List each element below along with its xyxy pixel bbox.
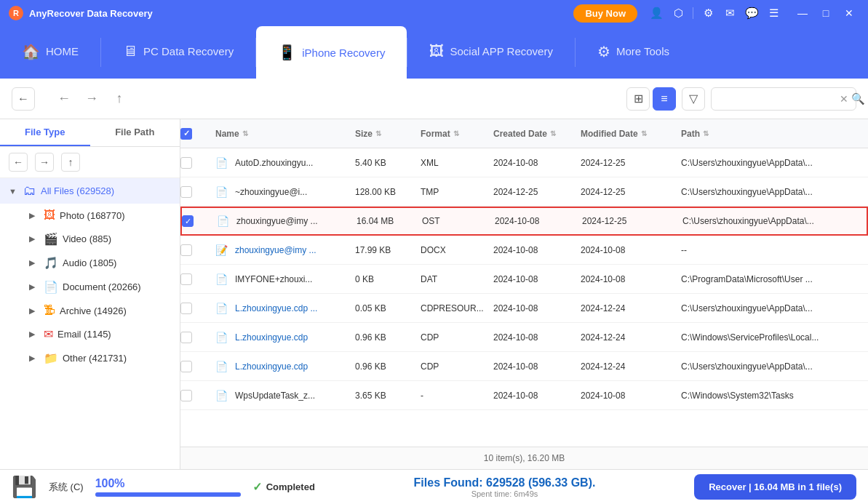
table-row[interactable]: 📄 L.zhouxingyue.cdp ... 0.05 KB CDPRESOU… <box>180 294 868 323</box>
row7-modified: 2024-12-24 <box>581 332 675 343</box>
search-submit-icon[interactable]: 🔍 <box>851 92 865 105</box>
path-label: Path <box>681 129 700 139</box>
user-icon[interactable]: 👤 <box>646 3 666 23</box>
forward-button[interactable]: ← <box>52 87 76 111</box>
sidebar-forward-button[interactable]: → <box>35 153 54 172</box>
minimize-button[interactable]: — <box>792 3 813 23</box>
row4-size: 17.99 KB <box>355 245 421 255</box>
nav-home[interactable]: 🏠 HOME <box>0 26 100 79</box>
filter-button[interactable]: ▽ <box>682 87 705 111</box>
header-size[interactable]: Size ⇅ <box>355 129 421 139</box>
tree-item-archive[interactable]: ▶ 🗜 Archive (14926) <box>20 299 180 322</box>
tree-item-video[interactable]: ▶ 🎬 Video (885) <box>20 227 180 251</box>
tree-item-other[interactable]: ▶ 📁 Other (421731) <box>20 346 180 370</box>
progress-bar-track <box>95 492 241 497</box>
titlebar: R AnyRecover Data Recovery Buy Now 👤 ⬡ ⚙… <box>0 0 868 26</box>
header-modified[interactable]: Modified Date ⇅ <box>581 129 675 139</box>
header-path[interactable]: Path ⇅ <box>675 129 868 139</box>
files-found-main: Files Found: 629528 (596.33 GB). <box>327 476 682 489</box>
row5-check[interactable] <box>180 273 210 285</box>
tab-file-type[interactable]: File Type <box>0 119 90 146</box>
close-button[interactable]: ✕ <box>839 3 859 23</box>
table-row[interactable]: 📄 WpsUpdateTask_z... 3.65 KB - 2024-10-0… <box>180 381 868 410</box>
search-input[interactable] <box>717 93 840 104</box>
parent-dir-button[interactable]: ↑ <box>108 87 131 111</box>
row8-checkbox[interactable] <box>180 361 192 372</box>
mail-icon[interactable]: ✉ <box>720 3 740 23</box>
row9-checkbox[interactable] <box>180 390 192 401</box>
row4-checkbox[interactable] <box>180 244 192 256</box>
nav-pc-recovery[interactable]: 🖥 PC Data Recovery <box>101 26 255 79</box>
row3-checkbox[interactable]: ✓ <box>182 215 194 227</box>
table-row[interactable]: 📄 ~zhouxingyue@i... 128.00 KB TMP 2024-1… <box>180 177 868 207</box>
list-view-button[interactable]: ≡ <box>653 87 676 111</box>
modified-label: Modified Date <box>581 129 638 139</box>
row3-check[interactable]: ✓ <box>182 215 211 227</box>
row5-file-icon: 📄 <box>215 273 228 285</box>
sidebar-up-button[interactable]: ↑ <box>61 153 80 172</box>
tree-item-email[interactable]: ▶ ✉ Email (1145) <box>20 322 180 346</box>
tree-item-document[interactable]: ▶ 📄 Document (20266) <box>20 275 180 299</box>
grid-view-button[interactable]: ⊞ <box>626 87 650 111</box>
tab-file-path[interactable]: File Path <box>90 119 180 146</box>
table-row[interactable]: 📄 AutoD.zhouxingyu... 5.40 KB XML 2024-1… <box>180 148 868 177</box>
tree-item-all-files[interactable]: ▼ 🗂 All Files (629528) <box>0 178 180 204</box>
tree-item-audio[interactable]: ▶ 🎵 Audio (1805) <box>20 251 180 275</box>
recover-button[interactable]: Recover | 16.04 MB in 1 file(s) <box>694 474 856 500</box>
row2-check[interactable] <box>180 186 210 198</box>
row7-checkbox[interactable] <box>180 332 192 343</box>
completed-check-icon: ✓ <box>252 480 262 494</box>
nav-pc-label: PC Data Recovery <box>143 45 234 57</box>
row4-filename: zhouxingyue@imy ... <box>235 245 316 255</box>
row1-file-icon: 📄 <box>215 157 228 169</box>
all-files-icon: 🗂 <box>23 183 36 199</box>
row4-check[interactable] <box>180 244 210 256</box>
settings-icon[interactable]: ⚙ <box>698 3 718 23</box>
discord-icon[interactable]: ⬡ <box>668 3 688 23</box>
header-check[interactable]: ✓ <box>180 128 210 140</box>
row7-path: C:\Windows\ServiceProfiles\Local... <box>675 332 868 343</box>
row5-name-cell: 📄 IMYFONE+zhouxi... <box>210 273 355 285</box>
up-arrow-icon: ↑ <box>116 91 123 106</box>
video-expand: ▶ <box>29 234 39 244</box>
tree-item-photo[interactable]: ▶ 🖼 Photo (168770) <box>20 204 180 227</box>
table-row[interactable]: 📝 zhouxingyue@imy ... 17.99 KB DOCX 2024… <box>180 236 868 265</box>
buy-now-button[interactable]: Buy Now <box>573 4 637 23</box>
header-name[interactable]: Name ⇅ <box>210 129 355 139</box>
check-all-checkbox[interactable]: ✓ <box>180 128 192 140</box>
maximize-button[interactable]: □ <box>816 3 836 23</box>
header-created[interactable]: Created Date ⇅ <box>493 129 581 139</box>
search-clear-button[interactable]: ✕ <box>840 93 848 105</box>
row5-checkbox[interactable] <box>180 273 192 285</box>
header-format[interactable]: Format ⇅ <box>421 129 493 139</box>
row9-check[interactable] <box>180 390 210 401</box>
row5-size: 0 KB <box>355 274 421 284</box>
up-button[interactable]: → <box>80 87 103 111</box>
sidebar-back-button[interactable]: ← <box>9 153 28 172</box>
tree-expand-all: ▼ <box>9 187 19 196</box>
back-button[interactable]: ← <box>12 87 35 111</box>
row6-check[interactable] <box>180 303 210 314</box>
completed-label: Completed <box>266 481 315 492</box>
table-row[interactable]: 📄 L.zhouxingyue.cdp 0.96 KB CDP 2024-10-… <box>180 323 868 352</box>
row1-check[interactable] <box>180 157 210 169</box>
menu-icon[interactable]: ☰ <box>763 3 784 23</box>
nav-more-tools[interactable]: ⚙ More Tools <box>576 26 691 79</box>
row9-file-icon: 📄 <box>215 390 228 401</box>
status-completed: ✓ Completed <box>252 480 315 494</box>
table-row[interactable]: 📄 L.zhouxingyue.cdp 0.96 KB CDP 2024-10-… <box>180 352 868 381</box>
nav-social-recovery[interactable]: 🖼 Social APP Recovery <box>407 26 574 79</box>
row2-checkbox[interactable] <box>180 186 192 198</box>
chat-icon[interactable]: 💬 <box>741 3 762 23</box>
table-row[interactable]: 📄 IMYFONE+zhouxi... 0 KB DAT 2024-10-08 … <box>180 265 868 294</box>
row3-path: C:\Users\zhouxingyue\AppData\... <box>677 216 867 226</box>
sidebar: File Type File Path ← → ↑ ▼ 🗂 All Files … <box>0 119 180 469</box>
nav-iphone-recovery[interactable]: 📱 iPhone Recovery <box>256 26 407 79</box>
email-icon: ✉ <box>44 327 53 341</box>
table-row[interactable]: ✓ 📄 zhouxingyue@imy ... 16.04 MB OST 202… <box>180 207 868 236</box>
format-label: Format <box>421 129 450 139</box>
row7-check[interactable] <box>180 332 210 343</box>
row8-check[interactable] <box>180 361 210 372</box>
row1-checkbox[interactable] <box>180 157 192 169</box>
row6-checkbox[interactable] <box>180 303 192 314</box>
